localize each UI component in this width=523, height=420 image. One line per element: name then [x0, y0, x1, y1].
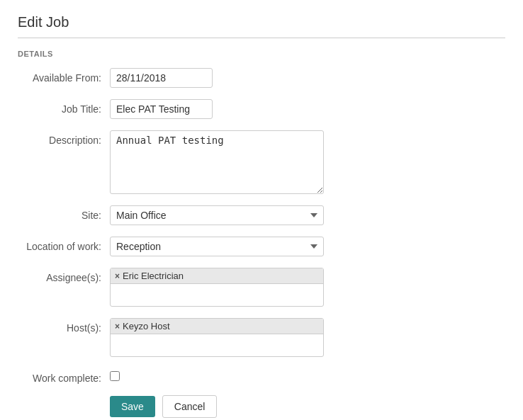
hosts-group: Host(s): × Keyzo Host	[18, 318, 505, 357]
job-title-label: Job Title:	[18, 99, 110, 115]
assignee-input-area	[111, 284, 323, 301]
description-label: Description:	[18, 130, 110, 146]
location-group: Location of work: Reception Main Hall Ba…	[18, 237, 505, 256]
hosts-label: Host(s):	[18, 318, 110, 334]
job-title-group: Job Title:	[18, 99, 505, 119]
form-actions: Save Cancel	[18, 395, 505, 418]
host-tag-text: Keyzo Host	[123, 321, 169, 331]
assignees-container: × Eric Electrician	[110, 268, 324, 307]
assignee-tag-text: Eric Electrician	[123, 271, 184, 281]
host-input-area	[111, 334, 323, 351]
assignees-label: Assignee(s):	[18, 268, 110, 283]
section-label: DETAILS	[18, 50, 505, 58]
description-group: Description: Annual PAT testing	[18, 130, 505, 194]
host-tag-row: × Keyzo Host	[111, 319, 323, 334]
save-button[interactable]: Save	[110, 396, 155, 417]
assignees-group: Assignee(s): × Eric Electrician	[18, 268, 505, 307]
location-label: Location of work:	[18, 237, 110, 252]
work-complete-checkbox[interactable]	[110, 371, 120, 381]
cancel-button[interactable]: Cancel	[162, 395, 218, 418]
job-title-input[interactable]	[110, 99, 213, 119]
assignee-tag-row: × Eric Electrician	[111, 268, 323, 284]
available-from-input[interactable]	[110, 68, 213, 88]
work-complete-wrapper	[110, 368, 120, 381]
assignee-input[interactable]	[115, 288, 319, 298]
available-from-label: Available From:	[18, 68, 110, 84]
work-complete-label: Work complete:	[18, 368, 110, 384]
hosts-container: × Keyzo Host	[110, 318, 324, 357]
description-textarea[interactable]: Annual PAT testing	[110, 130, 324, 194]
site-group: Site: Main Office Branch Office Remote	[18, 205, 505, 225]
work-complete-group: Work complete:	[18, 368, 505, 384]
host-input[interactable]	[115, 338, 319, 348]
site-label: Site:	[18, 205, 110, 221]
title-divider	[18, 38, 505, 38]
available-from-group: Available From:	[18, 68, 505, 88]
page-title: Edit Job	[18, 14, 505, 30]
host-remove-icon[interactable]: ×	[115, 322, 120, 331]
site-select[interactable]: Main Office Branch Office Remote	[110, 205, 324, 225]
assignee-remove-icon[interactable]: ×	[115, 271, 120, 281]
location-select[interactable]: Reception Main Hall Back Office	[110, 237, 324, 256]
